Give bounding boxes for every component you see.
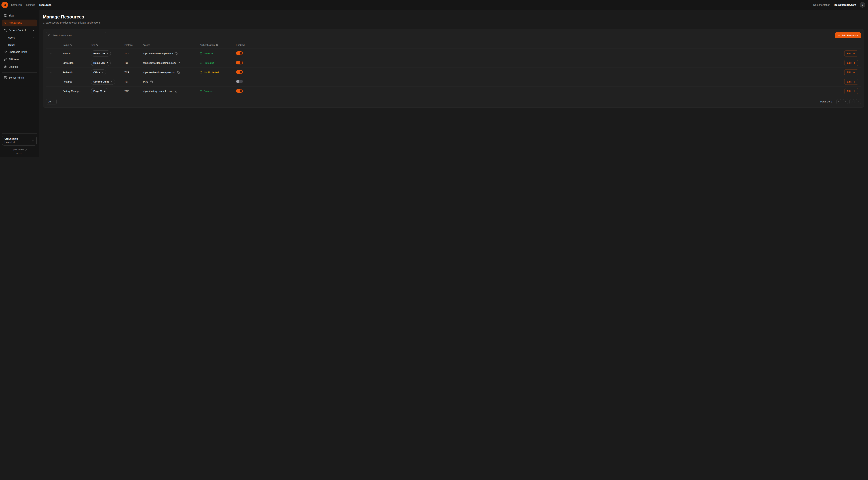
enabled-toggle[interactable] (236, 61, 243, 64)
row-menu-button[interactable] (49, 89, 53, 93)
ellipsis-icon (50, 62, 53, 64)
organization-selector[interactable]: Organization Home Lab (2, 136, 36, 146)
row-name: Postgres (63, 80, 91, 83)
table-row: Battery Manager Edge 01 TCP https://batt… (46, 86, 861, 96)
column-authentication[interactable]: Authentication (200, 43, 236, 46)
arrow-up-right-icon (101, 71, 103, 73)
sidebar-item-api-keys[interactable]: API Keys (2, 56, 37, 63)
pagination-next-button[interactable] (849, 99, 855, 104)
link-icon (4, 51, 7, 53)
app-logo[interactable] (1, 2, 8, 8)
sidebar-item-label: Sites (9, 14, 14, 17)
sidebar-item-roles[interactable]: Roles (2, 41, 37, 48)
enabled-toggle[interactable] (236, 51, 243, 55)
pagination-prev-button[interactable] (843, 99, 848, 104)
column-name[interactable]: Name (63, 43, 91, 46)
row-protocol: TCP (124, 80, 143, 83)
edit-button-label: Edit (847, 71, 851, 74)
page-size-select[interactable]: 20 (46, 99, 57, 104)
table-footer: 20 Page 1 of 1 (46, 99, 861, 104)
column-label: Site (91, 43, 95, 46)
add-resource-button[interactable]: Add Resource (835, 32, 861, 38)
open-source-label: Open Source (12, 149, 24, 151)
breadcrumb-home-lab[interactable]: home-lab (11, 3, 22, 6)
table-row: Bitwarden Home Lab TCP https://bitwarden… (46, 58, 861, 67)
column-protocol: Protocol (124, 43, 143, 46)
edit-button[interactable]: Edit (844, 60, 858, 66)
pagination-first-button[interactable] (836, 99, 841, 104)
row-name: Battery Manager (63, 90, 91, 92)
sidebar: Sites Resources Access Control Users (0, 10, 39, 157)
row-menu-button[interactable] (49, 51, 53, 56)
auth-status: Protected (200, 90, 236, 92)
site-link-button[interactable]: Home Lab (91, 60, 111, 66)
enabled-toggle[interactable] (236, 80, 243, 83)
user-email[interactable]: joe@example.com (834, 3, 856, 6)
avatar[interactable]: J (860, 2, 865, 8)
sidebar-item-label: Roles (8, 43, 14, 46)
edit-button[interactable]: Edit (844, 79, 858, 85)
copy-button[interactable] (175, 52, 178, 55)
sidebar-item-server-admin[interactable]: Server Admin (2, 74, 37, 81)
chevrons-left-icon (838, 100, 840, 103)
shield-check-icon (200, 52, 202, 55)
copy-button[interactable] (178, 61, 181, 65)
sidebar-item-shareable-links[interactable]: Shareable Links (2, 49, 37, 55)
row-menu-button[interactable] (49, 80, 53, 84)
main-content: Manage Resources Create secure proxies t… (39, 10, 868, 157)
topbar: home-lab › settings › resources Document… (0, 0, 868, 10)
sidebar-item-sites[interactable]: Sites (2, 12, 37, 19)
sort-icon (70, 44, 72, 46)
enabled-toggle[interactable] (236, 89, 243, 93)
column-label: Protocol (124, 43, 133, 46)
chevrons-up-down-icon (32, 139, 34, 142)
site-pill-label: Second Office (93, 80, 109, 83)
sidebar-item-resources[interactable]: Resources (2, 20, 37, 26)
documentation-link[interactable]: Documentation (813, 3, 830, 6)
arrow-up-right-icon (111, 81, 113, 83)
breadcrumb-settings[interactable]: settings (26, 3, 35, 6)
page-title: Manage Resources (43, 14, 864, 20)
toggle-knob (240, 89, 243, 92)
open-source-link[interactable]: Open Source (1, 148, 37, 151)
edit-button[interactable]: Edit (844, 69, 858, 75)
row-menu-button[interactable] (49, 61, 53, 65)
row-name: Bitwarden (63, 62, 91, 64)
column-site[interactable]: Site (91, 43, 124, 46)
toggle-knob (236, 80, 239, 83)
chevron-down-icon (32, 29, 35, 32)
site-pill-label: Home Lab (93, 52, 105, 55)
row-menu-button[interactable] (49, 70, 53, 74)
add-resource-label: Add Resource (842, 34, 858, 37)
sidebar-item-label: Shareable Links (9, 51, 27, 53)
sidebar-item-label: Access Control (9, 29, 26, 32)
copy-button[interactable] (150, 80, 153, 84)
site-link-button[interactable]: Home Lab (91, 51, 111, 57)
edit-button[interactable]: Edit (844, 51, 858, 57)
edit-button[interactable]: Edit (844, 88, 858, 94)
toggle-knob (240, 70, 243, 73)
auth-label: Protected (204, 90, 214, 92)
site-link-button[interactable]: Edge 01 (91, 88, 108, 94)
ellipsis-icon (50, 80, 53, 83)
auth-label: Protected (204, 62, 214, 64)
table-body: Immich Home Lab TCP https://immich.examp… (46, 49, 861, 96)
auth-status: - (200, 80, 236, 83)
shield-check-icon (200, 62, 202, 64)
arrow-right-icon (853, 71, 856, 74)
ellipsis-icon (50, 52, 53, 55)
site-link-button[interactable]: Office (91, 69, 106, 75)
breadcrumb-separator: › (37, 3, 37, 6)
site-pill-label: Office (93, 71, 100, 74)
copy-button[interactable] (174, 90, 178, 93)
sidebar-item-access-control[interactable]: Access Control (2, 27, 37, 34)
column-label: Enabled (236, 43, 245, 46)
chevron-left-icon (844, 100, 847, 103)
search-input[interactable] (52, 34, 104, 37)
copy-button[interactable] (177, 71, 180, 74)
site-link-button[interactable]: Second Office (91, 79, 115, 85)
sidebar-item-users[interactable]: Users (2, 34, 37, 41)
enabled-toggle[interactable] (236, 70, 243, 74)
pagination-last-button[interactable] (856, 99, 861, 104)
sidebar-item-settings[interactable]: Settings (2, 63, 37, 70)
